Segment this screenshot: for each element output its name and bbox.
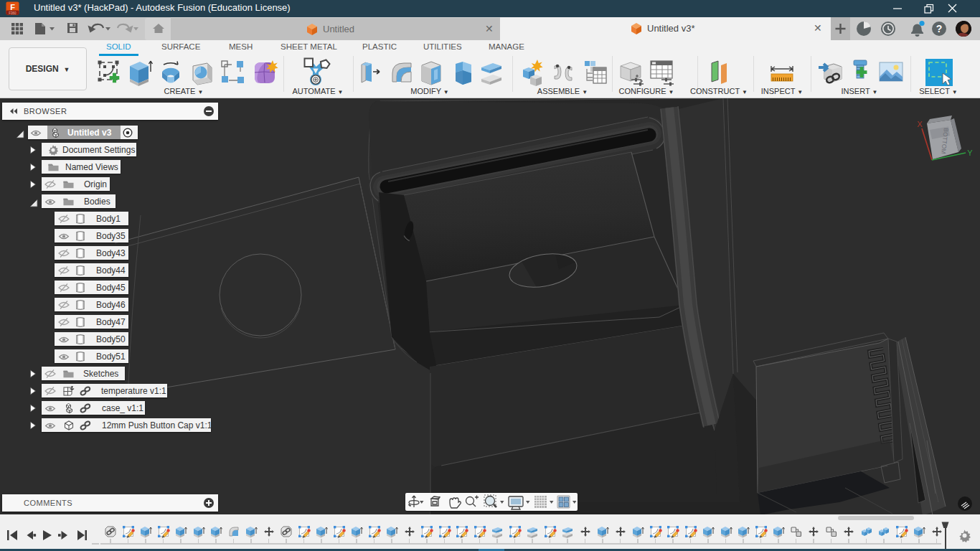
svg-text:?: ? xyxy=(936,23,943,34)
svg-text:F360: F360 xyxy=(9,11,17,15)
svg-text:Y: Y xyxy=(967,149,973,157)
svg-text:F: F xyxy=(10,3,15,11)
svg-text:X: X xyxy=(917,120,923,128)
